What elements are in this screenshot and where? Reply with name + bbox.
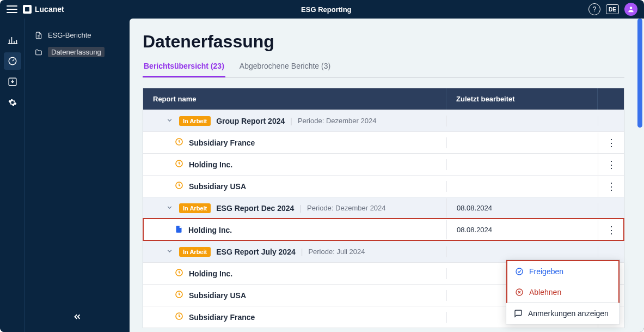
report-name: Holding Inc. <box>189 269 232 278</box>
table-row[interactable]: Holding Inc. ⋮ <box>143 153 624 175</box>
expand-toggle[interactable] <box>166 248 174 256</box>
rail-esg[interactable] <box>4 52 21 70</box>
person-icon <box>627 5 635 13</box>
download-box-icon <box>8 77 17 87</box>
table-row[interactable]: Holding Inc. 08.08.2024⋮ <box>143 219 624 240</box>
row-actions <box>598 246 624 257</box>
report-date <box>446 181 598 192</box>
sidebar-item-label: Datenerfassung <box>48 47 105 57</box>
check-circle-icon <box>515 267 524 276</box>
more-icon: ⋮ <box>606 138 616 148</box>
menu-approve[interactable]: Freigeben <box>507 261 618 282</box>
x-circle-icon <box>515 288 524 297</box>
logo: Lucanet <box>23 5 64 14</box>
tabs: Berichtsübersicht (23) Abgebrochene Beri… <box>143 62 624 78</box>
report-date <box>446 246 598 257</box>
chevron-double-left-icon <box>72 312 82 322</box>
report-period: Periode: Dezember 2024 <box>307 204 386 212</box>
gauge-icon <box>8 56 17 66</box>
report-name: ESG Report July 2024 <box>216 248 296 256</box>
menu-notes[interactable]: Anmerkungen anzeigen <box>506 303 620 324</box>
report-date: 08.08.2024 <box>446 198 598 218</box>
report-name: Holding Inc. <box>189 160 232 169</box>
report-name: Subsidiary USA <box>189 182 246 191</box>
status-badge: In Arbeit <box>179 247 211 257</box>
page-title: Datenerfassung <box>143 32 624 52</box>
comment-icon <box>514 309 523 318</box>
clock-icon <box>175 268 183 277</box>
page-context-title: ESG Reporting <box>64 5 588 14</box>
more-icon: ⋮ <box>606 225 616 235</box>
gear-icon <box>8 98 17 107</box>
report-name: Subsidiary France <box>189 138 255 147</box>
scrollbar[interactable] <box>637 19 642 128</box>
row-actions[interactable]: ⋮ <box>598 176 624 197</box>
report-name: ESG Report Dec 2024 <box>216 204 294 213</box>
table-row[interactable]: Subsidiary France ⋮ <box>143 131 624 153</box>
help-icon[interactable]: ? <box>588 3 600 15</box>
menu-reject[interactable]: Ablehnen <box>507 282 618 303</box>
row-actions <box>598 203 624 214</box>
row-actions[interactable]: ⋮ <box>598 154 624 175</box>
col-header-date: Zuletzt bearbeitet <box>446 88 598 110</box>
table-row[interactable]: In Arbeit ESG Report July 2024 | Periode… <box>143 240 624 262</box>
report-name: Subsidiary USA <box>189 291 246 300</box>
expand-toggle[interactable] <box>166 204 174 213</box>
folder-icon <box>35 49 42 56</box>
row-actions[interactable]: ⋮ <box>598 132 624 153</box>
clock-icon <box>175 290 183 299</box>
tab-abgebrochene[interactable]: Abgebrochene Berichte (3) <box>238 62 332 77</box>
report-date: 08.08.2024 <box>446 220 598 239</box>
menu-label: Freigeben <box>529 267 563 276</box>
status-badge: In Arbeit <box>179 203 211 213</box>
chevron-down-icon <box>166 248 173 255</box>
context-menu: Freigeben Ablehnen Anmerkungen anzeigen <box>506 259 620 324</box>
report-name: Subsidiary France <box>189 313 255 322</box>
report-date <box>446 159 598 170</box>
bar-chart-icon <box>8 35 17 45</box>
svg-point-0 <box>630 7 633 9</box>
user-avatar[interactable] <box>624 3 637 16</box>
top-bar: Lucanet ESG Reporting ? DE <box>0 0 644 19</box>
clock-icon <box>175 181 183 190</box>
sidebar-item-datenerfassung[interactable]: Datenerfassung <box>29 43 125 61</box>
col-header-name: Report name <box>143 88 446 110</box>
language-switcher[interactable]: DE <box>606 4 619 14</box>
document-icon <box>35 32 42 39</box>
report-period: Periode: Dezember 2024 <box>298 117 377 125</box>
status-badge: In Arbeit <box>179 116 211 126</box>
clock-icon <box>175 159 183 168</box>
app-name: Lucanet <box>35 5 64 14</box>
rail-settings[interactable] <box>4 94 21 111</box>
report-date <box>446 137 598 148</box>
menu-label: Anmerkungen anzeigen <box>528 309 609 318</box>
rail-export[interactable] <box>4 73 21 90</box>
report-period: Periode: Juli 2024 <box>308 248 365 256</box>
table-header: Report name Zuletzt bearbeitet <box>143 88 624 110</box>
rail-dashboard[interactable] <box>4 32 21 49</box>
menu-label: Ablehnen <box>529 288 561 297</box>
table-row[interactable]: In Arbeit Group Report 2024 | Periode: D… <box>143 110 624 131</box>
row-actions <box>598 116 624 126</box>
document-check-icon <box>175 225 183 233</box>
menu-toggle[interactable] <box>7 5 17 13</box>
sidebar-item-label: ESG-Berichte <box>48 31 91 39</box>
sidebar: ESG-Berichte Datenerfassung <box>25 19 130 332</box>
clock-icon <box>175 312 183 321</box>
clock-icon <box>175 137 183 146</box>
report-date <box>446 116 598 126</box>
sidebar-collapse[interactable] <box>72 312 82 324</box>
row-actions[interactable]: ⋮ <box>598 220 624 240</box>
chevron-down-icon <box>166 117 173 124</box>
expand-toggle[interactable] <box>166 117 174 125</box>
svg-point-9 <box>516 268 523 275</box>
icon-rail <box>0 19 25 332</box>
sidebar-item-esg-berichte[interactable]: ESG-Berichte <box>29 27 125 43</box>
table-row[interactable]: In Arbeit ESG Report Dec 2024 | Periode:… <box>143 197 624 219</box>
logo-mark <box>23 5 32 14</box>
chevron-down-icon <box>166 204 173 211</box>
tab-berichtsuebersicht[interactable]: Berichtsübersicht (23) <box>143 62 225 77</box>
report-name: Holding Inc. <box>188 226 232 234</box>
table-row[interactable]: Subsidiary USA ⋮ <box>143 175 624 197</box>
report-name: Group Report 2024 <box>216 117 285 125</box>
